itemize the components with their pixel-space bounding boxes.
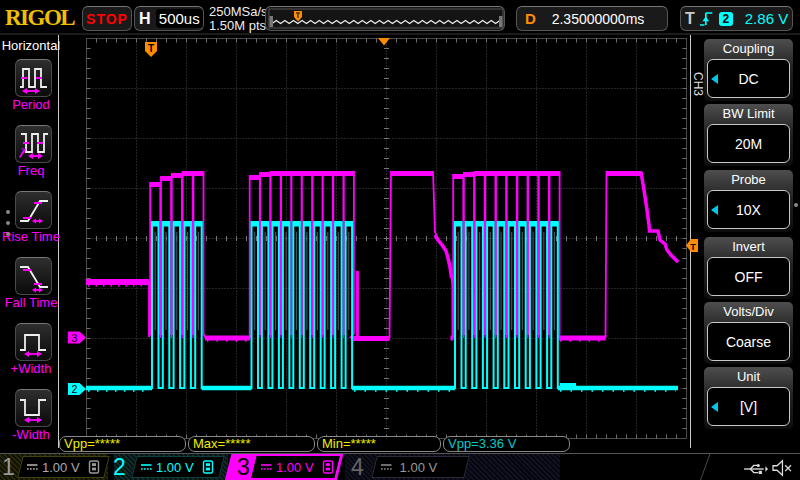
svg-text:2: 2 <box>72 383 78 395</box>
svg-text:T: T <box>690 242 696 252</box>
svg-text:T: T <box>148 43 154 54</box>
svg-text:3: 3 <box>72 332 78 344</box>
